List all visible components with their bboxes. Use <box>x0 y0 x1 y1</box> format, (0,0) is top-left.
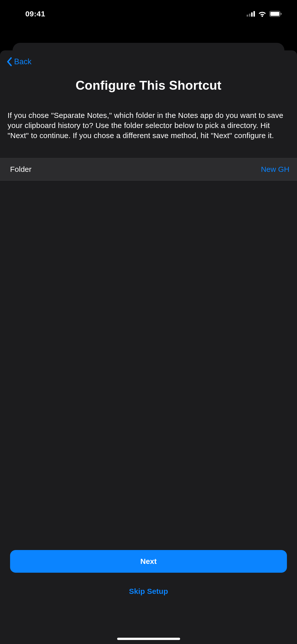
svg-point-4 <box>261 15 263 17</box>
status-bar: 09:41 <box>0 0 297 28</box>
home-indicator <box>117 638 180 640</box>
page-description: If you chose "Separate Notes," which fol… <box>0 110 297 141</box>
back-label: Back <box>14 57 31 66</box>
spacer <box>0 181 297 550</box>
status-time: 09:41 <box>0 10 71 18</box>
sheet-content: Configure This Shortcut If you chose "Se… <box>0 73 297 644</box>
svg-rect-2 <box>251 12 253 17</box>
folder-value-button[interactable]: New GH <box>261 165 289 174</box>
svg-rect-1 <box>249 14 250 17</box>
page-title: Configure This Shortcut <box>0 78 297 93</box>
svg-rect-6 <box>270 12 279 16</box>
status-icons <box>247 11 282 17</box>
next-button[interactable]: Next <box>10 550 287 573</box>
configure-sheet: Back Configure This Shortcut If you chos… <box>0 50 297 644</box>
back-button[interactable]: Back <box>5 55 34 68</box>
svg-rect-0 <box>247 15 248 17</box>
bottom-actions: Next Skip Setup <box>0 550 297 644</box>
folder-label: Folder <box>10 165 31 174</box>
svg-rect-3 <box>253 11 255 17</box>
svg-rect-7 <box>281 13 282 15</box>
chevron-left-icon <box>7 57 12 66</box>
wifi-icon <box>258 11 266 17</box>
navigation-bar: Back <box>0 50 297 73</box>
folder-selector-row[interactable]: Folder New GH <box>0 158 297 181</box>
skip-setup-button[interactable]: Skip Setup <box>10 584 287 599</box>
cellular-signal-icon <box>247 11 255 17</box>
battery-icon <box>269 11 282 17</box>
